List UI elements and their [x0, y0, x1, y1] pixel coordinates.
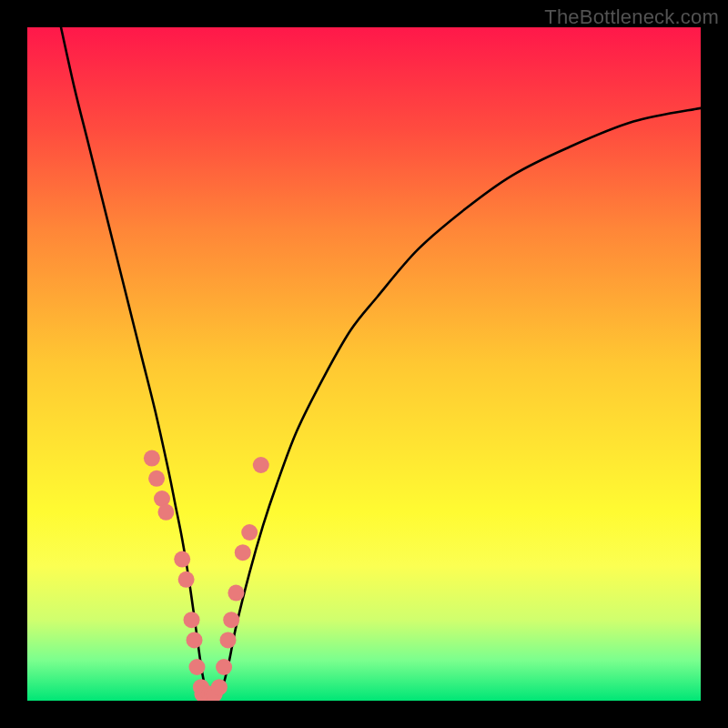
data-point	[253, 457, 269, 473]
chart-stage: TheBottleneck.com	[0, 0, 728, 728]
data-point	[148, 470, 165, 487]
data-point	[220, 632, 237, 648]
plot-area	[27, 27, 701, 701]
data-point	[184, 612, 200, 628]
data-point	[241, 524, 258, 541]
data-point	[211, 679, 228, 695]
data-point	[144, 450, 160, 467]
data-point	[178, 571, 195, 588]
data-point	[235, 544, 251, 561]
scatter-points	[27, 27, 701, 701]
data-point	[216, 659, 232, 675]
data-point	[187, 632, 203, 648]
data-point	[228, 585, 244, 602]
watermark-text: TheBottleneck.com	[544, 5, 719, 29]
data-point	[188, 659, 205, 675]
data-point	[223, 612, 239, 628]
data-point	[174, 551, 190, 568]
data-point	[157, 504, 174, 521]
